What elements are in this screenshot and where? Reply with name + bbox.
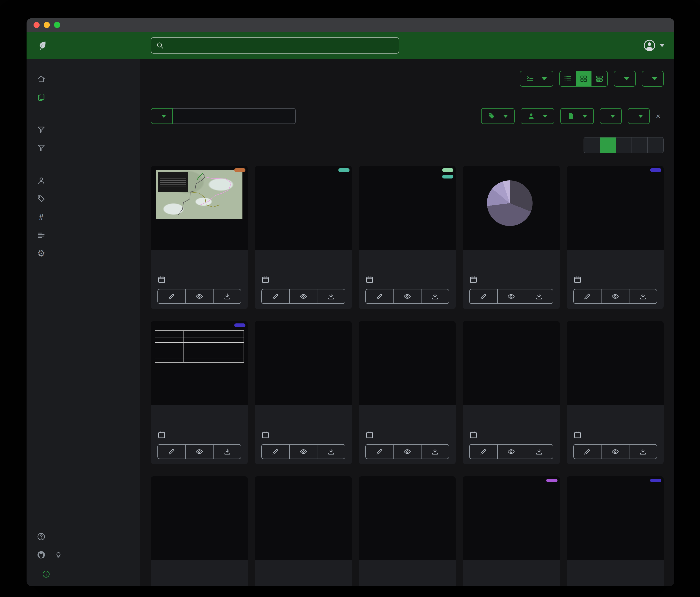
download-document-button[interactable]: [525, 289, 553, 303]
document-thumbnail[interactable]: [151, 321, 248, 405]
document-thumbnail[interactable]: [359, 476, 456, 560]
tag-badge[interactable]: [442, 175, 453, 178]
sidebar-item-github[interactable]: [27, 546, 52, 564]
edit-document-button[interactable]: [574, 445, 601, 459]
eye-icon: [195, 292, 203, 301]
sidebar-item-recently-added[interactable]: [27, 139, 140, 157]
filter-field-button[interactable]: [151, 108, 173, 124]
edit-document-button[interactable]: [366, 445, 393, 459]
filter-correspondent-button[interactable]: [521, 108, 554, 124]
user-menu[interactable]: [643, 39, 665, 52]
download-document-button[interactable]: [525, 445, 553, 459]
sidebar-item-tags[interactable]: [27, 190, 140, 208]
edit-document-button[interactable]: [158, 445, 185, 459]
app-brand[interactable]: [37, 40, 52, 51]
download-document-button[interactable]: [317, 445, 345, 459]
pagination-last-button[interactable]: [647, 138, 663, 153]
views-button[interactable]: [642, 71, 664, 87]
document-card: [151, 476, 248, 586]
sidebar-item-suggest-idea[interactable]: [52, 546, 69, 564]
list-view-button[interactable]: [560, 71, 576, 86]
search-input[interactable]: [168, 41, 394, 50]
sidebar-item-settings[interactable]: ⚙: [27, 244, 140, 262]
pagination-page-3[interactable]: [631, 138, 647, 153]
tag-badge[interactable]: [339, 168, 350, 172]
document-thumbnail[interactable]: [151, 166, 248, 250]
download-document-button[interactable]: [317, 289, 345, 303]
view-document-button[interactable]: [497, 289, 525, 303]
detail-view-button[interactable]: [592, 71, 607, 86]
sidebar-item-correspondents[interactable]: [27, 171, 140, 190]
view-mode-toggle: [559, 71, 608, 87]
download-document-button[interactable]: [629, 289, 657, 303]
pagination-page-1[interactable]: [600, 138, 616, 153]
tag-badge[interactable]: [234, 324, 246, 327]
view-document-button[interactable]: [393, 445, 421, 459]
tag-badge[interactable]: [546, 479, 557, 482]
main-content: ×: [140, 59, 674, 586]
tag-badge[interactable]: [650, 479, 661, 482]
view-document-button[interactable]: [185, 289, 213, 303]
sidebar-item-document-types[interactable]: #: [27, 208, 140, 226]
document-thumbnail[interactable]: [567, 476, 664, 560]
sidebar-item-documents[interactable]: [27, 88, 140, 106]
view-document-button[interactable]: [601, 445, 629, 459]
edit-document-button[interactable]: [366, 289, 393, 303]
download-document-button[interactable]: [213, 289, 241, 303]
filter-query-input[interactable]: [173, 108, 296, 124]
view-document-button[interactable]: [497, 445, 525, 459]
sidebar-item-logs[interactable]: [27, 226, 140, 244]
edit-document-button[interactable]: [158, 289, 185, 303]
close-window-button[interactable]: [33, 22, 40, 28]
grid-view-button[interactable]: [576, 71, 592, 86]
view-document-button[interactable]: [185, 445, 213, 459]
sort-button[interactable]: [614, 71, 636, 87]
document-thumbnail[interactable]: [567, 166, 664, 250]
document-thumbnail[interactable]: [151, 476, 248, 560]
tag-badge[interactable]: [442, 168, 453, 172]
info-circle-icon[interactable]: [42, 570, 50, 578]
edit-document-button[interactable]: [262, 445, 289, 459]
tag-badge[interactable]: [234, 168, 246, 172]
sidebar-item-dashboard[interactable]: [27, 70, 140, 88]
zoom-window-button[interactable]: [54, 22, 60, 28]
view-document-button[interactable]: [289, 289, 317, 303]
sidebar-item-inbox[interactable]: [27, 121, 140, 139]
sidebar-item-documentation[interactable]: [27, 528, 140, 546]
download-document-button[interactable]: [421, 289, 449, 303]
filter-funnel-icon: [37, 125, 46, 134]
document-thumbnail[interactable]: [359, 166, 456, 250]
download-document-button[interactable]: [629, 445, 657, 459]
edit-document-button[interactable]: [262, 289, 289, 303]
document-thumbnail[interactable]: [255, 321, 352, 405]
pagination-first-button[interactable]: [584, 138, 600, 153]
document-thumbnail[interactable]: [463, 321, 559, 405]
view-document-button[interactable]: [601, 289, 629, 303]
document-thumbnail[interactable]: [463, 166, 559, 250]
document-actions: [365, 289, 449, 304]
close-icon: ×: [656, 112, 660, 121]
filter-added-button[interactable]: [628, 108, 650, 124]
reset-filters-button[interactable]: ×: [656, 112, 664, 121]
edit-document-button[interactable]: [470, 445, 497, 459]
view-document-button[interactable]: [393, 289, 421, 303]
pagination-page-2[interactable]: [616, 138, 631, 153]
document-thumbnail[interactable]: [463, 476, 559, 560]
filter-created-button[interactable]: [600, 108, 622, 124]
search-bar[interactable]: [151, 37, 399, 54]
edit-document-button[interactable]: [574, 289, 601, 303]
download-document-button[interactable]: [213, 445, 241, 459]
tag-badge[interactable]: [650, 168, 661, 172]
filter-tags-button[interactable]: [481, 108, 515, 124]
view-document-button[interactable]: [289, 445, 317, 459]
minimize-window-button[interactable]: [44, 22, 50, 28]
document-thumbnail[interactable]: [567, 321, 664, 405]
document-actions: [365, 444, 449, 459]
download-document-button[interactable]: [421, 445, 449, 459]
select-button[interactable]: [520, 71, 553, 87]
document-thumbnail[interactable]: [255, 476, 352, 560]
document-thumbnail[interactable]: [255, 166, 352, 250]
document-thumbnail[interactable]: [359, 321, 456, 405]
filter-document-type-button[interactable]: [560, 108, 594, 124]
edit-document-button[interactable]: [470, 289, 497, 303]
